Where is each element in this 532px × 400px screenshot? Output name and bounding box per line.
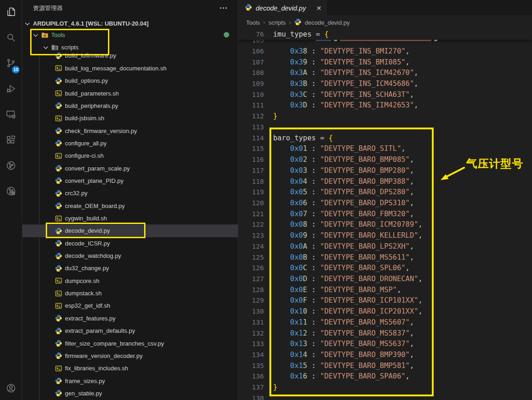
code-line-131: 131 0x11 : "DEVTYPE_BARO_MS5607", [238,317,532,328]
file-label: build_parameters.sh [65,90,119,97]
tab-label: decode_devid.py [256,5,306,12]
shell-file-icon [55,277,62,284]
file-item-crc32.py[interactable]: crc32.py [22,187,238,199]
line-number: 125 [238,254,264,261]
file-label: convert_param_scale.py [65,165,130,172]
file-item-decode_ICSR.py[interactable]: decode_ICSR.py [22,237,238,250]
activity-bar: 10 [0,0,22,400]
file-item-filter_size_compare_branches_csv.py[interactable]: filter_size_compare_branches_csv.py [22,337,238,349]
file-item-convert_param_scale.py[interactable]: convert_param_scale.py [22,162,238,174]
file-item-build_iofirmware.py[interactable]: build_iofirmware.py [22,49,238,62]
breadcrumb-item-scripts[interactable]: scripts [269,19,286,26]
code-line-125: 125 0x0B : "DEVTYPE_BARO_MS5611", [238,252,532,263]
explorer-root-folder[interactable]: ARDUPILOT_4.6.1 [WSL: UBUNTU-20.04] [22,17,238,30]
python-file-icon [294,18,301,27]
file-item-build_log_message_documentation.sh[interactable]: build_log_message_documentation.sh [22,62,238,75]
file-item-gen_stable.py[interactable]: gen_stable.py [22,387,238,400]
file-item-build_parameters.sh[interactable]: build_parameters.sh [22,87,238,99]
annotation-arrow [430,151,522,192]
code-line-130: 130 0x10 : "DEVTYPE_BARO_ICP201XX", [238,306,532,317]
shell-file-icon [55,64,62,72]
line-number: 115 [238,145,264,152]
file-label: cygwin_build.sh [65,215,107,222]
line-number: 138 [238,395,264,400]
close-icon[interactable]: ✕ [316,5,322,11]
line-number: 120 [238,199,264,207]
file-item-convert_plane_PID.py[interactable]: convert_plane_PID.py [22,175,238,187]
python-file-icon [55,265,62,272]
python-file-icon [55,165,62,172]
line-number: 126 [238,264,264,272]
file-item-extract_param_defaults.py[interactable]: extract_param_defaults.py [22,325,238,337]
file-item-esp32_get_idf.sh[interactable]: esp32_get_idf.sh [22,299,238,312]
activity-bar-item-gitlens-inspect[interactable] [0,179,22,205]
python-file-icon [55,102,62,109]
file-label: crc32.py [65,190,87,197]
file-item-build_options.py[interactable]: build_options.py [22,75,238,87]
file-item-frame_sizes.py[interactable]: frame_sizes.py [22,374,238,387]
breadcrumb-item-file[interactable]: decode_devid.py [305,19,349,26]
file-label: fix_libraries_includes.sh [65,365,128,372]
line-number: 116 [238,156,264,163]
code-line-111: 111 0x3D : "DEVTYPE_INS_IIM42653", [238,100,532,111]
code-editor[interactable]: 105106 0x38 : "DEVTYPE_INS_BMI270",107 0… [238,29,532,400]
activity-bar-item-search[interactable] [0,26,22,51]
file-label: gen_stable.py [65,390,102,397]
activity-bar-item-extensions[interactable] [0,128,22,154]
python-file-icon [55,139,62,147]
indent-guide [39,53,39,400]
python-file-icon [55,352,62,359]
file-label: build_iofirmware.py [65,52,116,59]
file-item-cygwin_build.sh[interactable]: cygwin_build.sh [22,212,238,224]
line-number: 121 [238,210,264,218]
explorer-icon [5,6,16,19]
file-item-build_peripherals.py[interactable]: build_peripherals.py [22,100,238,112]
tab-decode-devid[interactable]: decode_devid.py ✕ [238,0,327,16]
activity-bar-item-run-debug[interactable] [0,77,22,102]
sticky-scroll-line[interactable]: 76 imu_types = { [238,29,532,40]
more-actions-icon[interactable] [220,7,227,9]
run-debug-icon [5,83,16,96]
code-line-133: 133 0x13 : "DEVTYPE_BARO_MS5637", [238,338,532,349]
file-item-extract_features.py[interactable]: extract_features.py [22,312,238,325]
file-label: build_log_message_documentation.sh [65,65,167,72]
python-file-icon [55,340,62,347]
python-file-icon [55,327,62,335]
chevron-right-icon: › [263,19,265,26]
file-item-decode_devid.py[interactable]: decode_devid.py [22,224,238,237]
file-item-firmware_version_decoder.py[interactable]: firmware_version_decoder.py [22,350,238,362]
file-label: frame_sizes.py [65,378,105,384]
file-item-check_firmware_version.py[interactable]: check_firmware_version.py [22,124,238,137]
file-label: extract_features.py [65,315,116,322]
extensions-icon [5,134,16,147]
code-line-106: 106 0x38 : "DEVTYPE_INS_BMI270", [238,46,532,57]
python-file-icon [55,389,62,397]
file-label: du32_change.py [65,265,109,272]
code-line-108: 108 0x3A : "DEVTYPE_INS_ICM42670", [238,67,532,78]
file-item-configure-ci.sh[interactable]: configure-ci.sh [22,149,238,162]
activity-bar-item-account[interactable] [0,376,22,400]
activity-bar-item-source-control[interactable]: 10 [0,51,22,77]
file-item-configure_all.py[interactable]: configure_all.py [22,137,238,149]
shell-file-icon [55,215,62,222]
code-lines: 105106 0x38 : "DEVTYPE_INS_BMI270",107 0… [238,35,532,400]
code-line-113: 113 [238,122,532,133]
line-number: 128 [238,286,264,293]
shell-file-icon [55,90,62,97]
file-item-decode_watchdog.py[interactable]: decode_watchdog.py [22,250,238,262]
activity-bar-item-explorer[interactable] [0,0,22,26]
line-number: 132 [238,330,264,337]
file-item-build-jsbsim.sh[interactable]: build-jsbsim.sh [22,112,238,124]
file-item-fix_libraries_includes.sh[interactable]: fix_libraries_includes.sh [22,362,238,374]
file-item-create_OEM_board.py[interactable]: create_OEM_board.py [22,200,238,212]
sidebar-item-tools[interactable]: Tools [22,29,238,41]
file-item-du32_change.py[interactable]: du32_change.py [22,262,238,274]
file-item-dumpstack.sh[interactable]: dumpstack.sh [22,287,238,299]
line-number: 109 [238,80,264,87]
code-line-109: 109 0x3B : "DEVTYPE_INS_ICM45686", [238,78,532,89]
line-number: 136 [238,373,264,380]
file-item-dumpcore.sh[interactable]: dumpcore.sh [22,275,238,287]
activity-bar-item-remote-explorer[interactable] [0,102,22,128]
activity-bar-item-gitlens[interactable] [0,154,22,179]
breadcrumb-item-tools[interactable]: Tools [246,19,260,26]
